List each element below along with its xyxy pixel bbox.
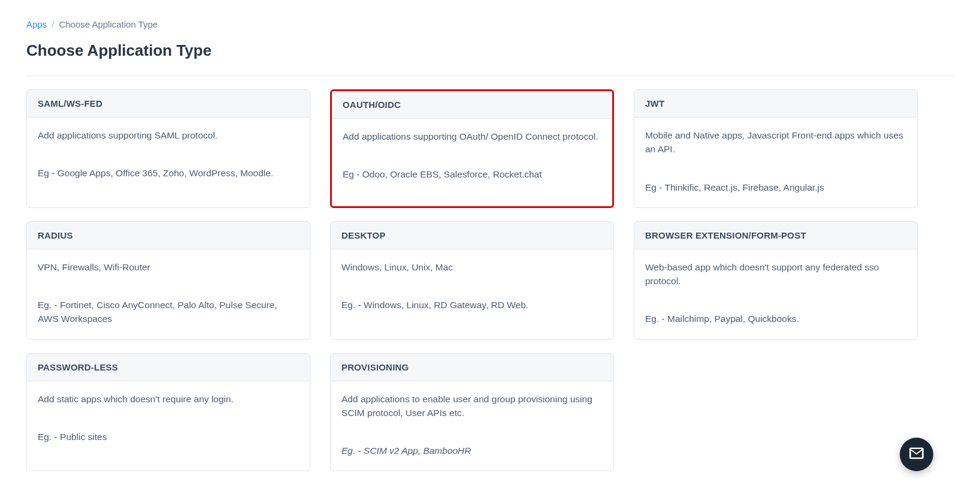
application-type-grid: SAML/WS-FED Add applications supporting … bbox=[26, 89, 954, 471]
card-title: JWT bbox=[634, 90, 917, 118]
card-example: Eg - Thinkific, React.js, Firebase, Angu… bbox=[645, 180, 906, 194]
card-example: Eg - Odoo, Oracle EBS, Salesforce, Rocke… bbox=[343, 167, 601, 181]
card-description: Add applications supporting OAuth/ OpenI… bbox=[343, 129, 601, 143]
page-title: Choose Application Type bbox=[26, 41, 954, 76]
card-password-less[interactable]: PASSWORD-LESS Add static apps which does… bbox=[26, 353, 310, 472]
breadcrumb-separator: / bbox=[52, 19, 54, 29]
card-description: Add static apps which doesn't require an… bbox=[38, 392, 299, 406]
card-desktop[interactable]: DESKTOP Windows, Linux, Unix, Mac Eg. - … bbox=[330, 221, 614, 340]
chat-icon bbox=[908, 445, 925, 464]
card-title: BROWSER EXTENSION/FORM-POST bbox=[634, 222, 917, 249]
card-title: RADIUS bbox=[27, 222, 310, 249]
card-title: PROVISIONING bbox=[331, 354, 613, 381]
card-example: Eg. - SCIM v2 App, BambooHR bbox=[341, 444, 603, 457]
card-jwt[interactable]: JWT Mobile and Native apps, Javascript F… bbox=[634, 89, 918, 208]
divider bbox=[26, 76, 954, 76]
card-example: Eg. - Fortinet, Cisco AnyConnect, Palo A… bbox=[38, 298, 299, 326]
card-title: SAML/WS-FED bbox=[27, 90, 310, 118]
card-title: OAUTH/OIDC bbox=[332, 91, 612, 119]
card-oauth-oidc[interactable]: OAUTH/OIDC Add applications supporting O… bbox=[330, 89, 614, 208]
card-description: VPN, Firewalls, Wifi-Router bbox=[38, 260, 299, 274]
breadcrumb-current: Choose Application Type bbox=[59, 19, 158, 29]
card-title: DESKTOP bbox=[331, 222, 613, 249]
card-provisioning[interactable]: PROVISIONING Add applications to enable … bbox=[330, 353, 614, 472]
chat-button[interactable] bbox=[900, 438, 933, 471]
breadcrumb: Apps / Choose Application Type bbox=[26, 0, 954, 41]
card-example: Eg. - Mailchimp, Paypal, Quickbooks. bbox=[645, 312, 906, 326]
card-description: Add applications supporting SAML protoco… bbox=[38, 128, 299, 142]
card-example: Eg - Google Apps, Office 365, Zoho, Word… bbox=[38, 166, 299, 180]
card-description: Add applications to enable user and grou… bbox=[341, 392, 603, 420]
card-description: Windows, Linux, Unix, Mac bbox=[341, 260, 603, 274]
card-description: Web-based app which doesn't support any … bbox=[645, 260, 906, 288]
card-saml-ws-fed[interactable]: SAML/WS-FED Add applications supporting … bbox=[26, 89, 310, 208]
card-browser-extension-form-post[interactable]: BROWSER EXTENSION/FORM-POST Web-based ap… bbox=[634, 221, 918, 340]
card-example: Eg. - Public sites bbox=[38, 430, 299, 444]
breadcrumb-link-apps[interactable]: Apps bbox=[26, 19, 47, 29]
card-example: Eg. - Windows, Linux, RD Gateway, RD Web… bbox=[341, 298, 603, 312]
card-radius[interactable]: RADIUS VPN, Firewalls, Wifi-Router Eg. -… bbox=[26, 221, 310, 340]
card-description: Mobile and Native apps, Javascript Front… bbox=[645, 128, 906, 156]
card-title: PASSWORD-LESS bbox=[27, 354, 310, 381]
